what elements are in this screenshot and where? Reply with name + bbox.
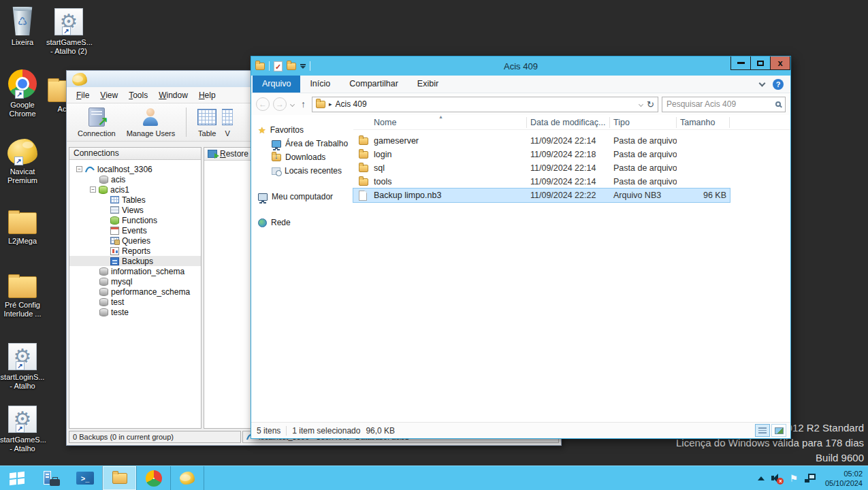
desktop-icon-startgameserver-2[interactable]: ⚙↗ startGameS... - Atalho (2) [46, 4, 91, 56]
desktop-icon-label: Lixeira [0, 38, 45, 47]
breadcrumb[interactable]: Acis 409 [336, 99, 367, 109]
address-bar[interactable]: ▸ Acis 409 ↻ [312, 97, 658, 112]
action-center-flag-icon[interactable]: ⚑ [789, 474, 798, 483]
details-view-button[interactable] [755, 424, 770, 437]
tree-item-queries[interactable]: Queries [69, 235, 201, 246]
sidebar-item-rede[interactable]: Rede [251, 216, 353, 229]
toolbar-separator [186, 108, 187, 137]
sidebar-item-meu-computador[interactable]: Meu computador [251, 190, 353, 203]
file-row[interactable]: login 11/09/2024 22:18 Pasta de arquivos [353, 148, 730, 161]
mysql-connection-icon [85, 165, 95, 174]
breadcrumb-arrow-icon: ▸ [329, 101, 332, 108]
file-row[interactable]: sql 11/09/2024 22:14 Pasta de arquivos [353, 161, 730, 175]
tree-item-database[interactable]: teste [69, 307, 201, 317]
manage-users-button[interactable]: Manage Users [121, 105, 181, 140]
search-box[interactable] [662, 97, 786, 112]
tree-item-database[interactable]: information_schema [69, 266, 201, 276]
desktop-icon-recycle-bin[interactable]: Lixeira [0, 4, 45, 47]
downloads-icon [272, 154, 281, 161]
navigation-pane: ★ Favoritos Área de Trabalho Downloads L… [251, 115, 353, 422]
watermark-build: Build 9600 [676, 451, 864, 466]
column-data-modificacao[interactable]: Data de modificaç... [527, 117, 610, 128]
shortcut-arrow-icon: ↗ [14, 157, 23, 165]
navicat-taskbar-button[interactable] [170, 466, 204, 490]
column-tipo[interactable]: Tipo [610, 117, 677, 128]
desktop-icon-l2jmega[interactable]: L2jMega [0, 203, 45, 246]
up-button[interactable]: ↑ [298, 99, 308, 110]
recent-locations-chevron-icon[interactable] [290, 101, 295, 106]
tree-item-tables[interactable]: Tables [69, 195, 201, 205]
window-controls: x [731, 56, 790, 70]
tree-item-backups[interactable]: Backups [69, 256, 201, 266]
sidebar-item-area-de-trabalho[interactable]: Área de Trabalho [251, 137, 353, 150]
taskbar-clock[interactable]: 05:02 05/10/2024 [822, 469, 863, 488]
gear-shortcut-icon: ⚙↗ [8, 406, 37, 433]
tree-item-functions[interactable]: Functions [69, 215, 201, 225]
collapse-icon[interactable]: − [76, 166, 82, 172]
chrome-icon [146, 470, 162, 487]
tab-arquivo[interactable]: Arquivo [253, 76, 300, 93]
menu-tools[interactable]: Tools [123, 89, 153, 101]
tab-exibir[interactable]: Exibir [408, 76, 448, 93]
file-row[interactable]: tools 11/09/2024 22:14 Pasta de arquivos [353, 175, 730, 189]
maximize-button[interactable] [750, 56, 771, 70]
desktop-icon-navicat-premium[interactable]: ↗ Navicat Premium [0, 133, 45, 185]
desktop-icon-pre-config-interlude[interactable]: Pré Config Interlude ... [0, 267, 45, 318]
desktop-icon-startgameserver[interactable]: ⚙↗ startGameS... - Atalho [0, 402, 45, 453]
start-button[interactable] [0, 466, 34, 490]
menu-view[interactable]: View [95, 89, 123, 101]
back-button[interactable]: ← [256, 97, 270, 111]
desktop-icon-google-chrome[interactable]: ↗ Google Chrome [0, 67, 45, 118]
sidebar-item-locais-recentes[interactable]: Locais recentes [251, 164, 353, 178]
volume-muted-icon[interactable]: x [771, 474, 782, 483]
address-dropdown-chevron-icon[interactable] [639, 101, 643, 106]
network-icon[interactable] [805, 474, 816, 483]
collapse-icon[interactable]: − [90, 186, 96, 193]
menu-window[interactable]: Window [153, 89, 193, 101]
desktop-icon-label: Navicat Premium [0, 167, 45, 185]
server-manager-button[interactable] [34, 466, 68, 490]
database-open-icon [99, 186, 108, 194]
connection-button[interactable]: Connection [72, 105, 121, 140]
view-label: V [225, 129, 230, 137]
close-button[interactable]: x [770, 56, 790, 70]
chrome-taskbar-button[interactable] [136, 466, 170, 490]
expand-ribbon-chevron-icon[interactable] [759, 80, 766, 86]
selection-count: 1 item selecionado [292, 426, 360, 436]
powershell-button[interactable]: >_ [68, 466, 102, 490]
column-tamanho[interactable]: Tamanho [677, 117, 730, 128]
file-row[interactable]: gameserver 11/09/2024 22:14 Pasta de arq… [353, 134, 730, 148]
help-icon[interactable]: ? [773, 79, 784, 90]
file-row-selected[interactable]: Backup limpo.nb3 11/09/2024 22:22 Arquiv… [353, 189, 730, 202]
sidebar-item-downloads[interactable]: Downloads [251, 150, 353, 164]
menu-file[interactable]: File [71, 89, 95, 101]
desktop-icon-startloginserver[interactable]: ⚙↗ startLoginS... - Atalho [0, 339, 45, 391]
tree-item-events[interactable]: Events [69, 225, 201, 235]
thumbnail-view-button[interactable] [771, 424, 786, 437]
navicat-icon: ↗ [7, 139, 37, 165]
tree-item-database[interactable]: performance_schema [69, 287, 201, 297]
folder-icon [8, 212, 37, 234]
tree-item-database[interactable]: test [69, 297, 201, 307]
tree-item-reports[interactable]: Reports [69, 246, 201, 256]
tab-inicio[interactable]: Início [300, 76, 340, 93]
tree-item-database[interactable]: mysql [69, 276, 201, 287]
forward-button[interactable]: → [273, 97, 287, 111]
tree-item-database[interactable]: acis [69, 174, 201, 184]
search-input[interactable] [666, 99, 775, 109]
tree-item-connection[interactable]: − localhost_3306 [69, 164, 201, 174]
menu-help[interactable]: Help [193, 89, 221, 101]
database-icon [99, 176, 108, 184]
show-hidden-icons-button[interactable] [758, 476, 765, 480]
tree-item-views[interactable]: Views [69, 205, 201, 215]
search-icon[interactable] [775, 101, 781, 107]
tree-item-database[interactable]: − acis1 [69, 184, 201, 195]
explorer-titlebar[interactable]: Acis 409 x [251, 56, 790, 76]
refresh-icon[interactable]: ↻ [647, 99, 654, 110]
file-explorer-taskbar-button[interactable] [102, 466, 136, 490]
view-button[interactable]: V [222, 105, 233, 140]
minimize-button[interactable] [730, 56, 751, 70]
tab-compartilhar[interactable]: Compartilhar [340, 76, 408, 93]
sidebar-item-favoritos[interactable]: ★ Favoritos [251, 123, 353, 137]
table-button[interactable]: Table [192, 105, 222, 140]
